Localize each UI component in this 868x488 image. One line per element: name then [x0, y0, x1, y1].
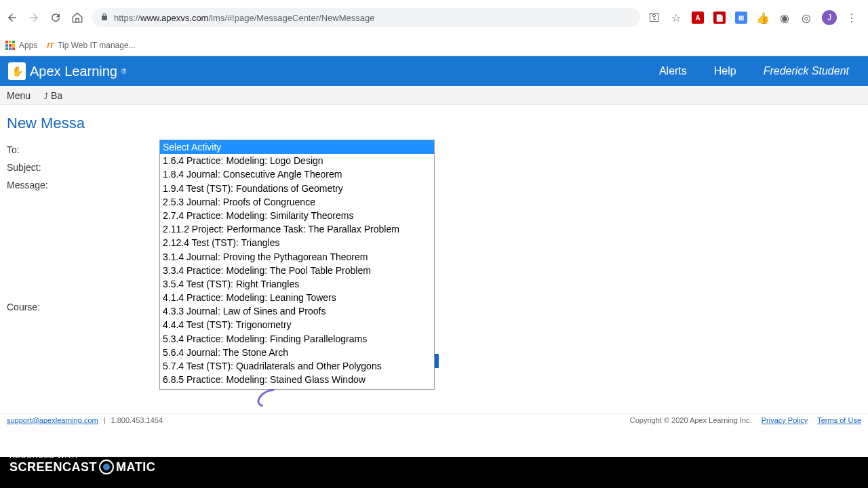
back-button[interactable] [5, 11, 19, 24]
extension-adobe-icon[interactable]: A [692, 12, 704, 24]
dropdown-list[interactable]: Select Activity 1.6.4 Practice: Modeling… [160, 140, 434, 389]
dropdown-option[interactable]: 3.5.4 Test (TST): Right Triangles [160, 277, 434, 291]
profile-avatar[interactable]: J [822, 10, 837, 25]
apps-shortcut[interactable]: Apps [5, 41, 37, 50]
app-header: ✋ Apex Learning® Alerts Help Frederick S… [0, 56, 868, 86]
reload-button[interactable] [49, 11, 62, 24]
page-footer: support@apexlearning.com | 1.800.453.145… [0, 413, 868, 426]
dropdown-option[interactable]: 2.12.4 Test (TST): Triangles [160, 236, 434, 249]
back-link[interactable]: ⤴ Ba [44, 90, 62, 101]
dropdown-option[interactable]: 4.3.3 Journal: Law of Sines and Proofs [160, 304, 434, 318]
page-title: New Messa [7, 115, 861, 132]
dropdown-option[interactable]: 4.4.4 Test (TST): Trigonometry [160, 318, 434, 331]
extension-thumb-icon[interactable]: 👍 [757, 12, 769, 24]
header-nav: Alerts Help Frederick Student [659, 65, 863, 77]
privacy-link[interactable]: Privacy Policy [762, 416, 808, 424]
to-label: To: [7, 144, 61, 155]
apps-icon [5, 41, 15, 50]
dropdown-option[interactable]: 1.9.4 Test (TST): Foundations of Geometr… [160, 182, 434, 195]
dropdown-option[interactable]: 1.8.4 Journal: Consecutive Angle Theorem [160, 167, 434, 181]
home-button[interactable] [71, 11, 84, 24]
footer-separator: | [104, 416, 106, 424]
support-phone: 1.800.453.1454 [111, 416, 163, 424]
copyright-text: Copyright © 2020 Apex Learning Inc. [630, 416, 752, 424]
dropdown-option[interactable]: 6.9.4 Journal: Similar Circles [160, 386, 434, 389]
url-text: https://www.apexvs.com/lms/#!page/Messag… [114, 13, 374, 23]
brand-name: Apex Learning [30, 64, 117, 79]
dropdown-option[interactable]: 5.3.4 Practice: Modeling: Finding Parall… [160, 332, 434, 346]
star-icon[interactable]: ☆ [670, 12, 682, 24]
dropdown-option[interactable]: 3.1.4 Journal: Proving the Pythagorean T… [160, 250, 434, 264]
lock-icon [100, 13, 108, 23]
browser-toolbar: https://www.apexvs.com/lms/#!page/Messag… [0, 0, 868, 35]
address-bar[interactable]: https://www.apexvs.com/lms/#!page/Messag… [92, 8, 640, 27]
brand-logo[interactable]: ✋ Apex Learning® [8, 62, 126, 80]
browser-chrome: https://www.apexvs.com/lms/#!page/Messag… [0, 0, 868, 56]
bookmarks-bar: Apps IT Tip Web IT manage... [0, 35, 868, 56]
key-icon[interactable]: ⚿ [648, 12, 660, 24]
menu-button[interactable]: Menu [7, 90, 31, 101]
black-bar [0, 457, 868, 488]
dropdown-option[interactable]: 1.6.4 Practice: Modeling: Logo Design [160, 154, 434, 167]
chrome-menu-icon[interactable]: ⋮ [846, 12, 857, 24]
extension-pdf-icon[interactable]: 📄 [713, 12, 726, 24]
dropdown-option[interactable]: 3.3.4 Practice: Modeling: The Pool Table… [160, 264, 434, 277]
extension-target-icon[interactable]: ◎ [800, 12, 812, 24]
dropdown-option[interactable]: 5.6.4 Journal: The Stone Arch [160, 346, 434, 359]
dropdown-option[interactable]: 6.8.5 Practice: Modeling: Stained Glass … [160, 373, 434, 386]
dropdown-option[interactable]: 2.7.4 Practice: Modeling: Similarity The… [160, 209, 434, 222]
toolbar-right: ⚿ ☆ A 📄 ⊞ 👍 ◉ ◎ J ⋮ [648, 10, 863, 25]
course-label: Course: [7, 302, 61, 312]
subject-label: Subject: [7, 162, 61, 173]
terms-link[interactable]: Terms of Use [817, 416, 861, 424]
bookmark-tipweb[interactable]: IT Tip Web IT manage... [47, 41, 135, 50]
dropdown-option[interactable]: 5.7.4 Test (TST): Quadrilaterals and Oth… [160, 359, 434, 373]
alerts-link[interactable]: Alerts [659, 65, 687, 77]
dropdown-option[interactable]: 4.1.4 Practice: Modeling: Leaning Towers [160, 291, 434, 304]
page-content: ✋ Apex Learning® Alerts Help Frederick S… [0, 56, 868, 457]
dropdown-option[interactable]: 2.11.2 Project: Performance Task: The Pa… [160, 222, 434, 236]
support-email-link[interactable]: support@apexlearning.com [7, 416, 98, 424]
logo-icon: ✋ [8, 62, 26, 80]
extension-circle-icon[interactable]: ◉ [778, 12, 791, 24]
activity-dropdown[interactable]: Select Activity 1.6.4 Practice: Modeling… [159, 140, 435, 390]
help-link[interactable]: Help [714, 65, 736, 77]
message-label: Message: [7, 180, 61, 190]
forward-button[interactable] [27, 11, 41, 24]
user-name[interactable]: Frederick Student [764, 65, 849, 77]
dropdown-placeholder[interactable]: Select Activity [160, 140, 434, 154]
extension-grid-icon[interactable]: ⊞ [735, 12, 747, 24]
bookmark-favicon: IT [47, 41, 54, 49]
dropdown-option[interactable]: 2.5.3 Journal: Proofs of Congruence [160, 195, 434, 209]
sub-toolbar: Menu ⤴ Ba [0, 86, 868, 105]
